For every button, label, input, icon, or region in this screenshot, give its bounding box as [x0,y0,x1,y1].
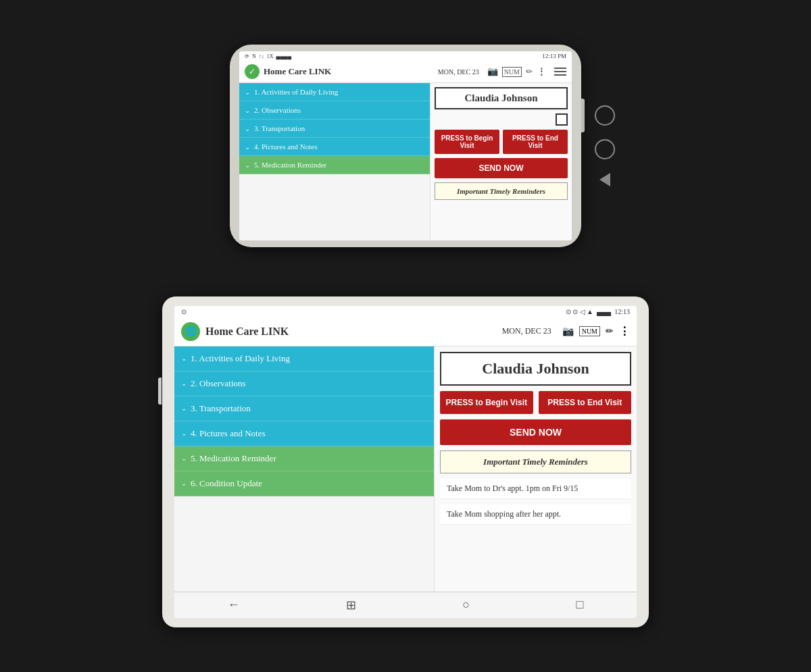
phone-side-button [581,99,585,132]
chevron-icon-4: ⌄ [245,143,250,151]
phone-app-title: Home Care LINK [264,66,434,77]
tablet-recents-button[interactable]: ⊞ [346,598,356,613]
tablet-back-button[interactable]: ← [228,598,240,612]
more-icon[interactable]: ⋮ [537,66,546,78]
phone-menu-item-3[interactable]: ⌄ 3. Transportation [239,120,430,138]
phone-menu-item-1[interactable]: ⌄ 1. Activities of Daily Living [239,83,430,101]
tablet-windows-button[interactable]: □ [576,598,583,612]
tablet-end-visit-button[interactable]: PRESS to End Visit [539,391,632,414]
wifi-icon: ↑↓ [259,53,264,59]
phone-menu-label-5: 5. Medication Reminder [254,161,326,169]
logo-check-icon: ✓ [249,67,255,77]
tablet-chevron-5: ⌄ [181,455,187,462]
signal-icon: N [252,53,256,59]
phone-patient-name: Claudia Johnson [435,87,568,109]
phone-app-logo: ✓ [245,64,260,79]
tablet-app-content: ⌄ 1. Activities of Daily Living ⌄ 2. Obs… [174,346,637,592]
tablet-app-title: Home Care LINK [205,326,497,338]
tablet-menu-label-2: 2. Observations [191,378,246,389]
phone-menu-item-5[interactable]: ⌄ 5. Medication Reminder [239,156,430,174]
phone-nav-back-icon[interactable] [599,173,610,186]
tablet-menu-label-5: 5. Medication Reminder [191,453,276,464]
tablet-menu-label-6: 6. Condition Update [191,478,262,489]
tablet-volume-button [158,378,162,405]
tablet-chevron-1: ⌄ [181,355,187,362]
phone-status-right: 12:13 PM [542,53,566,59]
tablet-menu-item-3[interactable]: ⌄ 3. Transportation [174,396,434,421]
tablet-chevron-2: ⌄ [181,380,187,387]
phone-device: ⟳ N ↑↓ 1X ▄▄▄▄ 12:13 PM ✓ Home Care LINK… [230,45,581,247]
tablet-patient-name: Claudia Johnson [440,352,631,386]
tablet-left-menu: ⌄ 1. Activities of Daily Living ⌄ 2. Obs… [174,346,434,592]
tablet-send-now-button[interactable]: SEND NOW [440,419,631,445]
phone-end-visit-button[interactable]: PRESS to End Visit [503,130,568,154]
tablet-header-date: MON, DEC 23 [502,326,551,336]
tablet-num-icon[interactable]: NUM [579,326,600,336]
chevron-icon-3: ⌄ [245,125,250,132]
tablet-wifi-icon: ⊙ ⊙ ◁ ▲ [566,308,593,315]
camera-icon[interactable]: 📷 [487,66,498,77]
tablet-bottom-nav: ← ⊞ ○ □ [174,592,637,618]
tablet-reminder-item-2: Take Mom shopping after her appt. [440,505,631,525]
tablet-alarm-icon: ⊙ [181,308,187,315]
tablet-menu-item-4[interactable]: ⌄ 4. Pictures and Notes [174,421,434,446]
tablet-logo-icon: 🌐 [185,326,197,337]
tablet-chevron-6: ⌄ [181,480,187,487]
tablet-camera-icon[interactable]: 📷 [562,326,574,337]
tablet-chevron-4: ⌄ [181,430,187,437]
tablet-app-logo: 🌐 [181,322,200,341]
tablet-screen: ⊙ ⊙ ⊙ ◁ ▲ ▄▄▄ 12:13 🌐 Home Care LINK MON… [174,306,637,618]
phone-header-icons: 📷 NUM ✏ ⋮ [487,66,546,78]
tablet-signal-icon: ▄▄▄ [597,308,611,315]
tablet-reminder-item-1: Take Mom to Dr's appt. 1pm on Fri 9/15 [440,479,631,499]
phone-nav-circle-1[interactable] [595,105,615,126]
phone-menu-label-1: 1. Activities of Daily Living [254,88,338,96]
phone-right-panel: Claudia Johnson PRESS to Begin Visit PRE… [430,83,572,240]
phone-app-content: ⌄ 1. Activities of Daily Living ⌄ 2. Obs… [239,83,572,240]
tablet-edit-icon[interactable]: ✏ [606,326,614,337]
phone-status-bar: ⟳ N ↑↓ 1X ▄▄▄▄ 12:13 PM [239,51,572,61]
tablet-menu-label-1: 1. Activities of Daily Living [191,353,290,364]
phone-begin-visit-button[interactable]: PRESS to Begin Visit [435,130,499,154]
tablet-menu-label-4: 4. Pictures and Notes [191,428,265,439]
tablet-status-bar: ⊙ ⊙ ⊙ ◁ ▲ ▄▄▄ 12:13 [174,306,637,317]
edit-icon[interactable]: ✏ [526,67,533,77]
tablet-header-icons: 📷 NUM ✏ ⋮ [562,325,630,338]
phone-menu-label-4: 4. Pictures and Notes [254,143,317,151]
tablet-menu-item-6[interactable]: ⌄ 6. Condition Update [174,471,434,496]
tablet-begin-visit-button[interactable]: PRESS to Begin Visit [440,391,533,414]
phone-visit-buttons: PRESS to Begin Visit PRESS to End Visit [435,130,568,154]
tablet-visit-buttons: PRESS to Begin Visit PRESS to End Visit [440,391,631,414]
phone-header-date: MON, DEC 23 [438,68,479,76]
phone-checkbox-area [435,113,568,126]
tablet-reminders-header[interactable]: Important Timely Reminders [440,450,631,473]
phone-screen: ⟳ N ↑↓ 1X ▄▄▄▄ 12:13 PM ✓ Home Care LINK… [239,51,572,240]
tablet-menu-label-3: 3. Transportation [191,403,251,414]
tablet-home-button[interactable]: ○ [462,598,470,612]
tablet-more-icon[interactable]: ⋮ [619,325,630,338]
tablet-device: ⊙ ⊙ ⊙ ◁ ▲ ▄▄▄ 12:13 🌐 Home Care LINK MON… [162,296,649,627]
tablet-menu-item-5[interactable]: ⌄ 5. Medication Reminder [174,446,434,471]
phone-menu-label-3: 3. Transportation [254,124,305,132]
phone-menu-item-2[interactable]: ⌄ 2. Observations [239,101,430,120]
num-icon[interactable]: NUM [502,67,522,77]
chevron-icon-2: ⌄ [245,107,250,114]
tablet-time: 12:13 [614,308,630,315]
tablet-menu-item-2[interactable]: ⌄ 2. Observations [174,371,434,396]
phone-reminders-box[interactable]: Important Timely Reminders [435,182,568,200]
phone-checkbox[interactable] [556,113,568,126]
bars-icon: ▄▄▄▄ [276,53,292,59]
tablet-status-right: ⊙ ⊙ ◁ ▲ ▄▄▄ 12:13 [566,308,630,315]
chevron-icon-5: ⌄ [245,161,250,169]
phone-nav-buttons [595,105,615,186]
phone-menu-item-4[interactable]: ⌄ 4. Pictures and Notes [239,138,430,156]
hamburger-menu[interactable] [554,68,566,76]
tablet-menu-item-1[interactable]: ⌄ 1. Activities of Daily Living [174,346,434,371]
tablet-app-header: 🌐 Home Care LINK MON, DEC 23 📷 NUM ✏ ⋮ [174,317,637,346]
phone-menu-label-2: 2. Observations [254,106,301,114]
chevron-icon-1: ⌄ [245,88,250,96]
phone-nav-circle-2[interactable] [595,139,615,159]
tablet-right-panel: Claudia Johnson PRESS to Begin Visit PRE… [434,346,637,592]
phone-status-left: ⟳ N ↑↓ 1X ▄▄▄▄ [245,53,291,59]
phone-send-now-button[interactable]: SEND NOW [435,158,568,178]
